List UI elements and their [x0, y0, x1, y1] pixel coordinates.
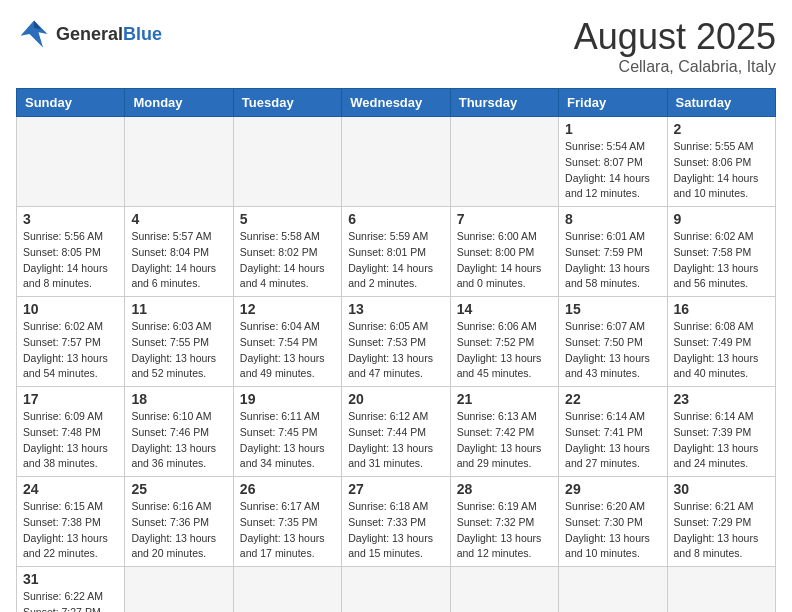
calendar-cell: 20Sunrise: 6:12 AM Sunset: 7:44 PM Dayli…: [342, 387, 450, 477]
day-number: 8: [565, 211, 660, 227]
day-info: Sunrise: 6:12 AM Sunset: 7:44 PM Dayligh…: [348, 409, 443, 472]
day-number: 31: [23, 571, 118, 587]
calendar-cell: [233, 567, 341, 613]
day-number: 16: [674, 301, 769, 317]
day-number: 20: [348, 391, 443, 407]
day-number: 26: [240, 481, 335, 497]
day-info: Sunrise: 6:00 AM Sunset: 8:00 PM Dayligh…: [457, 229, 552, 292]
day-info: Sunrise: 6:02 AM Sunset: 7:58 PM Dayligh…: [674, 229, 769, 292]
calendar-week-1: 1Sunrise: 5:54 AM Sunset: 8:07 PM Daylig…: [17, 117, 776, 207]
day-number: 29: [565, 481, 660, 497]
calendar-cell: 24Sunrise: 6:15 AM Sunset: 7:38 PM Dayli…: [17, 477, 125, 567]
calendar-cell: 19Sunrise: 6:11 AM Sunset: 7:45 PM Dayli…: [233, 387, 341, 477]
calendar-cell: [667, 567, 775, 613]
day-number: 15: [565, 301, 660, 317]
calendar-cell: [450, 117, 558, 207]
calendar-cell: 2Sunrise: 5:55 AM Sunset: 8:06 PM Daylig…: [667, 117, 775, 207]
calendar-week-5: 24Sunrise: 6:15 AM Sunset: 7:38 PM Dayli…: [17, 477, 776, 567]
day-info: Sunrise: 5:54 AM Sunset: 8:07 PM Dayligh…: [565, 139, 660, 202]
header-day-tuesday: Tuesday: [233, 89, 341, 117]
day-number: 21: [457, 391, 552, 407]
calendar-cell: 21Sunrise: 6:13 AM Sunset: 7:42 PM Dayli…: [450, 387, 558, 477]
calendar-cell: 27Sunrise: 6:18 AM Sunset: 7:33 PM Dayli…: [342, 477, 450, 567]
calendar-cell: 11Sunrise: 6:03 AM Sunset: 7:55 PM Dayli…: [125, 297, 233, 387]
day-number: 11: [131, 301, 226, 317]
day-info: Sunrise: 5:57 AM Sunset: 8:04 PM Dayligh…: [131, 229, 226, 292]
day-info: Sunrise: 6:15 AM Sunset: 7:38 PM Dayligh…: [23, 499, 118, 562]
day-info: Sunrise: 6:11 AM Sunset: 7:45 PM Dayligh…: [240, 409, 335, 472]
calendar-cell: [342, 117, 450, 207]
calendar-cell: 26Sunrise: 6:17 AM Sunset: 7:35 PM Dayli…: [233, 477, 341, 567]
calendar-cell: [559, 567, 667, 613]
day-number: 17: [23, 391, 118, 407]
calendar-cell: 31Sunrise: 6:22 AM Sunset: 7:27 PM Dayli…: [17, 567, 125, 613]
logo-text: GeneralBlue: [56, 24, 162, 45]
day-info: Sunrise: 6:06 AM Sunset: 7:52 PM Dayligh…: [457, 319, 552, 382]
calendar-week-6: 31Sunrise: 6:22 AM Sunset: 7:27 PM Dayli…: [17, 567, 776, 613]
day-number: 2: [674, 121, 769, 137]
day-info: Sunrise: 6:07 AM Sunset: 7:50 PM Dayligh…: [565, 319, 660, 382]
calendar-cell: 5Sunrise: 5:58 AM Sunset: 8:02 PM Daylig…: [233, 207, 341, 297]
calendar-cell: 30Sunrise: 6:21 AM Sunset: 7:29 PM Dayli…: [667, 477, 775, 567]
day-number: 10: [23, 301, 118, 317]
calendar-cell: 6Sunrise: 5:59 AM Sunset: 8:01 PM Daylig…: [342, 207, 450, 297]
day-info: Sunrise: 6:08 AM Sunset: 7:49 PM Dayligh…: [674, 319, 769, 382]
day-info: Sunrise: 6:14 AM Sunset: 7:39 PM Dayligh…: [674, 409, 769, 472]
calendar-cell: 1Sunrise: 5:54 AM Sunset: 8:07 PM Daylig…: [559, 117, 667, 207]
calendar-cell: [233, 117, 341, 207]
day-number: 3: [23, 211, 118, 227]
day-info: Sunrise: 6:13 AM Sunset: 7:42 PM Dayligh…: [457, 409, 552, 472]
calendar-cell: 10Sunrise: 6:02 AM Sunset: 7:57 PM Dayli…: [17, 297, 125, 387]
day-number: 6: [348, 211, 443, 227]
day-number: 25: [131, 481, 226, 497]
calendar-cell: 15Sunrise: 6:07 AM Sunset: 7:50 PM Dayli…: [559, 297, 667, 387]
calendar-week-2: 3Sunrise: 5:56 AM Sunset: 8:05 PM Daylig…: [17, 207, 776, 297]
calendar-cell: [125, 117, 233, 207]
calendar-cell: 28Sunrise: 6:19 AM Sunset: 7:32 PM Dayli…: [450, 477, 558, 567]
calendar-cell: 25Sunrise: 6:16 AM Sunset: 7:36 PM Dayli…: [125, 477, 233, 567]
location: Cellara, Calabria, Italy: [574, 58, 776, 76]
calendar-cell: 18Sunrise: 6:10 AM Sunset: 7:46 PM Dayli…: [125, 387, 233, 477]
day-number: 5: [240, 211, 335, 227]
day-info: Sunrise: 5:59 AM Sunset: 8:01 PM Dayligh…: [348, 229, 443, 292]
calendar-cell: 7Sunrise: 6:00 AM Sunset: 8:00 PM Daylig…: [450, 207, 558, 297]
day-info: Sunrise: 6:05 AM Sunset: 7:53 PM Dayligh…: [348, 319, 443, 382]
calendar-cell: 12Sunrise: 6:04 AM Sunset: 7:54 PM Dayli…: [233, 297, 341, 387]
title-area: August 2025 Cellara, Calabria, Italy: [574, 16, 776, 76]
day-info: Sunrise: 6:04 AM Sunset: 7:54 PM Dayligh…: [240, 319, 335, 382]
day-number: 23: [674, 391, 769, 407]
logo: GeneralBlue: [16, 16, 162, 52]
month-title: August 2025: [574, 16, 776, 58]
day-info: Sunrise: 6:16 AM Sunset: 7:36 PM Dayligh…: [131, 499, 226, 562]
header-day-monday: Monday: [125, 89, 233, 117]
calendar-cell: 14Sunrise: 6:06 AM Sunset: 7:52 PM Dayli…: [450, 297, 558, 387]
day-number: 4: [131, 211, 226, 227]
day-number: 18: [131, 391, 226, 407]
header-day-friday: Friday: [559, 89, 667, 117]
day-number: 12: [240, 301, 335, 317]
day-number: 30: [674, 481, 769, 497]
day-number: 7: [457, 211, 552, 227]
calendar-cell: 4Sunrise: 5:57 AM Sunset: 8:04 PM Daylig…: [125, 207, 233, 297]
calendar-cell: 13Sunrise: 6:05 AM Sunset: 7:53 PM Dayli…: [342, 297, 450, 387]
calendar-week-4: 17Sunrise: 6:09 AM Sunset: 7:48 PM Dayli…: [17, 387, 776, 477]
day-info: Sunrise: 6:20 AM Sunset: 7:30 PM Dayligh…: [565, 499, 660, 562]
calendar-cell: 29Sunrise: 6:20 AM Sunset: 7:30 PM Dayli…: [559, 477, 667, 567]
day-number: 19: [240, 391, 335, 407]
calendar: SundayMondayTuesdayWednesdayThursdayFrid…: [16, 88, 776, 612]
day-info: Sunrise: 6:01 AM Sunset: 7:59 PM Dayligh…: [565, 229, 660, 292]
header-day-wednesday: Wednesday: [342, 89, 450, 117]
day-info: Sunrise: 6:10 AM Sunset: 7:46 PM Dayligh…: [131, 409, 226, 472]
day-info: Sunrise: 5:55 AM Sunset: 8:06 PM Dayligh…: [674, 139, 769, 202]
day-info: Sunrise: 6:19 AM Sunset: 7:32 PM Dayligh…: [457, 499, 552, 562]
day-number: 24: [23, 481, 118, 497]
day-number: 27: [348, 481, 443, 497]
calendar-cell: 8Sunrise: 6:01 AM Sunset: 7:59 PM Daylig…: [559, 207, 667, 297]
calendar-cell: 16Sunrise: 6:08 AM Sunset: 7:49 PM Dayli…: [667, 297, 775, 387]
day-number: 9: [674, 211, 769, 227]
day-info: Sunrise: 5:58 AM Sunset: 8:02 PM Dayligh…: [240, 229, 335, 292]
calendar-cell: 9Sunrise: 6:02 AM Sunset: 7:58 PM Daylig…: [667, 207, 775, 297]
day-info: Sunrise: 6:21 AM Sunset: 7:29 PM Dayligh…: [674, 499, 769, 562]
calendar-cell: [342, 567, 450, 613]
day-info: Sunrise: 6:22 AM Sunset: 7:27 PM Dayligh…: [23, 589, 118, 612]
